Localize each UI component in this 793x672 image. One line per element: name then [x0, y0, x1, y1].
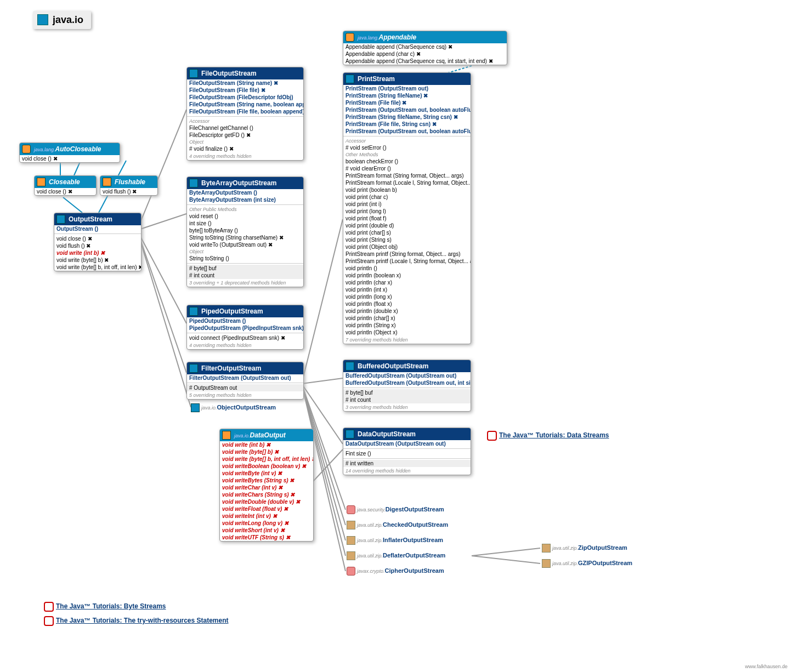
- oracle-icon: [44, 602, 54, 612]
- footer-note: 4 overriding methods hidden: [187, 341, 303, 349]
- disk-icon: [222, 431, 231, 440]
- method-row: void println (double x): [343, 307, 471, 315]
- link-tutorial-datastreams[interactable]: The Java™ Tutorials: Data Streams: [487, 431, 609, 441]
- footer-note: 14 overriding methods hidden: [343, 467, 471, 475]
- method-row: void println (): [343, 265, 471, 272]
- disk-icon: [189, 364, 198, 373]
- method-row: void writeShort (int v) ✖: [220, 527, 313, 534]
- method-row: void print (Object obj): [343, 243, 471, 250]
- method-row: int size (): [187, 220, 303, 227]
- footer-note: 3 overriding methods hidden: [343, 403, 471, 411]
- section-label: Other Public Methods: [187, 206, 303, 213]
- method-row: PrintStream printf (String format, Objec…: [343, 250, 471, 258]
- disk-icon: [37, 178, 46, 186]
- constructor-row: PrintStream (OutputStream out, boolean a…: [343, 106, 471, 113]
- ref-deflater[interactable]: java.util.zip.DeflaterOutputStream: [347, 551, 445, 560]
- package-icon: [542, 559, 551, 568]
- package-title: java.io: [33, 11, 91, 29]
- method-row: void write (byte[] b) ✖: [220, 448, 313, 455]
- section-label: Accessor: [187, 118, 303, 124]
- class-dataoutput: java.io.DataOutput void write (int b) ✖ …: [219, 429, 314, 542]
- method-row: void flush () ✖: [100, 188, 157, 195]
- method-row: String toString (): [187, 255, 303, 262]
- method-row: String toString (String charsetName) ✖: [187, 234, 303, 241]
- constructor-row: DataOutputStream (OutputStream out): [343, 440, 471, 447]
- ref-zip[interactable]: java.util.zip.ZipOutputStream: [542, 544, 627, 553]
- disk-icon: [191, 403, 200, 412]
- constructor-row: FileOutputStream (String name, boolean a…: [187, 101, 303, 108]
- method-row: PrintStream format (Locale l, String for…: [343, 179, 471, 186]
- class-closeable: Closeable void close () ✖: [34, 175, 97, 196]
- constructor-row: FileOutputStream (File file, boolean app…: [187, 108, 303, 115]
- constructor-row: PipedOutputStream (): [187, 317, 303, 324]
- method-row: void println (float x): [343, 300, 471, 307]
- method-row: void println (Object x): [343, 329, 471, 336]
- ref-gzip[interactable]: java.util.zip.GZIPOutputStream: [542, 559, 632, 568]
- method-row: void print (int i): [343, 201, 471, 208]
- ref-cipher[interactable]: javax.crypto.CipherOutputStream: [347, 567, 444, 576]
- link-tutorial-bytestreams[interactable]: The Java™ Tutorials: Byte Streams: [44, 602, 166, 612]
- disk-icon: [56, 215, 65, 224]
- class-header: java.io.DataOutput: [220, 429, 313, 441]
- class-header: PipedOutputStream: [187, 305, 303, 317]
- disk-icon: [37, 14, 48, 25]
- interface-icon: [22, 145, 31, 153]
- field-row: # int count: [343, 396, 471, 403]
- class-flushable: Flushable void flush () ✖: [100, 175, 158, 196]
- section-label: Object: [187, 248, 303, 255]
- method-row: void writeUTF (String s) ✖: [220, 534, 313, 541]
- method-row: void println (long x): [343, 293, 471, 300]
- disk-icon: [189, 307, 198, 316]
- lock-icon: [347, 505, 355, 514]
- class-autocloseable: java.lang.AutoCloseable void close () ✖: [19, 143, 120, 163]
- class-header: ByteArrayOutputStream: [187, 177, 303, 189]
- lock-icon: [347, 567, 355, 576]
- disk-icon: [189, 69, 198, 78]
- section-label: Object: [187, 139, 303, 145]
- ref-inflater[interactable]: java.util.zip.InflaterOutputStream: [347, 536, 443, 545]
- link-tutorial-trywith[interactable]: The Java™ Tutorials: The try-with-resour…: [44, 616, 229, 626]
- constructor-row: PrintStream (OutputStream out): [343, 85, 471, 92]
- svg-line-4: [137, 110, 186, 230]
- method-row: void close () ✖: [35, 188, 96, 195]
- method-row: void write (byte[] b) ✖: [54, 257, 141, 264]
- field-row: # byte[] buf: [187, 265, 303, 272]
- constructor-row: ByteArrayOutputStream (): [187, 189, 303, 196]
- method-row: PrintStream printf (Locale l, String for…: [343, 258, 471, 265]
- footer-note: 7 overriding methods hidden: [343, 336, 471, 344]
- method-row: void print (String s): [343, 236, 471, 243]
- ref-objectoutputstream[interactable]: java.io.ObjectOutputStream: [191, 403, 276, 412]
- method-row: void connect (PipedInputStream snk) ✖: [187, 334, 303, 341]
- class-bytearrayoutputstream: ByteArrayOutputStream ByteArrayOutputStr…: [186, 176, 304, 287]
- class-printstream: PrintStream PrintStream (OutputStream ou…: [343, 72, 471, 344]
- field-row: # OutputStream out: [187, 384, 303, 391]
- class-dataoutputstream: DataOutputStream DataOutputStream (Outpu…: [343, 428, 471, 475]
- svg-line-9: [302, 219, 343, 384]
- method-row: void writeInt (int v) ✖: [220, 512, 313, 520]
- svg-line-2: [63, 197, 82, 213]
- method-row: void print (char[] s): [343, 229, 471, 236]
- method-row: Appendable append (CharSequence csq) ✖: [343, 43, 507, 50]
- method-row: void writeByte (int v) ✖: [220, 470, 313, 477]
- disk-icon: [345, 430, 354, 438]
- method-row: void close () ✖: [54, 235, 141, 242]
- class-header: BufferedOutputStream: [343, 360, 471, 372]
- method-row: void write (byte[] b, int off, int len) …: [54, 264, 141, 271]
- class-filteroutputstream: FilterOutputStream FilterOutputStream (O…: [186, 362, 304, 400]
- class-pipedoutputstream: PipedOutputStream PipedOutputStream () P…: [186, 305, 304, 350]
- method-row: void println (char[] x): [343, 315, 471, 322]
- method-row: # void clearError (): [343, 165, 471, 172]
- method-row: void writeChars (String s) ✖: [220, 491, 313, 498]
- method-row: void close () ✖: [20, 155, 120, 162]
- constructor-row: PrintStream (OutputStream out, boolean a…: [343, 128, 471, 135]
- method-row: FileDescriptor getFD () ✖: [187, 132, 303, 139]
- constructor-row: PrintStream (String fileName, String csn…: [343, 113, 471, 121]
- constructor-row: PrintStream (String fileName) ✖: [343, 92, 471, 99]
- ref-digest[interactable]: java.security.DigestOutputStream: [347, 505, 444, 514]
- disk-icon: [103, 178, 111, 186]
- svg-line-18: [472, 548, 540, 556]
- method-row: void writeChar (int v) ✖: [220, 484, 313, 491]
- class-header: java.lang.AutoCloseable: [20, 143, 120, 155]
- method-row: void print (double d): [343, 222, 471, 229]
- ref-checked[interactable]: java.util.zip.CheckedOutputStream: [347, 521, 448, 529]
